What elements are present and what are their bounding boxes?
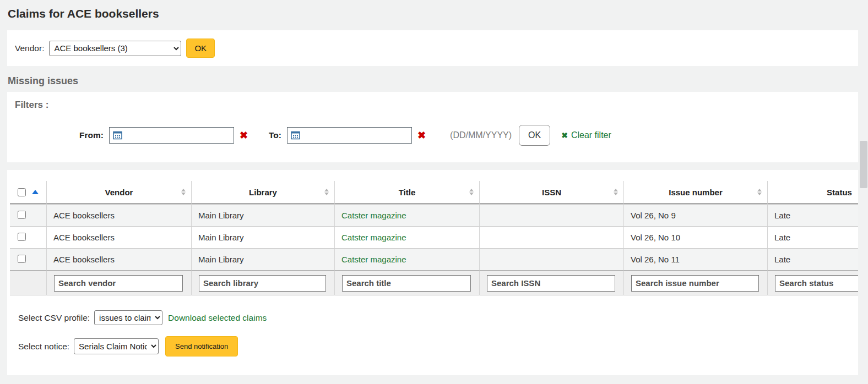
vendor-form: Vendor: ACE booksellers (3) OK bbox=[7, 30, 858, 66]
title-cell: Catster magazine bbox=[334, 204, 479, 226]
missing-issues-heading: Missing issues bbox=[8, 75, 860, 87]
column-header-title[interactable]: Title bbox=[334, 181, 479, 204]
vendor-label: Vendor: bbox=[15, 43, 44, 53]
search-vendor-input[interactable] bbox=[54, 275, 183, 292]
table-row: ACE booksellers Main Library Catster mag… bbox=[10, 248, 858, 270]
issue-number-cell: Vol 26, No 9 bbox=[623, 204, 767, 226]
sort-both-icon[interactable] bbox=[181, 189, 186, 195]
title-cell: Catster magazine bbox=[334, 226, 479, 248]
csv-profile-select[interactable]: issues to claim bbox=[94, 310, 162, 325]
sort-both-icon[interactable] bbox=[757, 189, 762, 195]
sort-ascending-icon[interactable] bbox=[32, 190, 39, 194]
scrollbar-thumb[interactable] bbox=[860, 141, 867, 188]
filters-heading: Filters : bbox=[15, 100, 850, 111]
notice-label: Select notice: bbox=[18, 342, 69, 352]
title-cell: Catster magazine bbox=[334, 248, 479, 270]
to-date-input[interactable] bbox=[303, 129, 413, 142]
table-row: ACE booksellers Main Library Catster mag… bbox=[10, 226, 858, 248]
csv-profile-label: Select CSV profile: bbox=[18, 313, 90, 323]
sort-both-icon[interactable] bbox=[469, 189, 474, 195]
select-all-checkbox[interactable] bbox=[18, 188, 26, 196]
row-select-cell bbox=[10, 226, 46, 248]
status-cell: Late bbox=[767, 248, 858, 270]
clear-filter-link[interactable]: ✖ Clear filter bbox=[561, 130, 611, 140]
filter-row: From: ✖ To: ✖ (DD/MM/YYYY) OK ✖ Clear fi… bbox=[15, 125, 850, 146]
calendar-icon[interactable] bbox=[113, 131, 122, 140]
notice-select[interactable]: Serials Claim Notice bbox=[74, 338, 159, 354]
table-header-row: Vendor Library Title ISSN Issue number S… bbox=[10, 181, 858, 204]
column-header-vendor[interactable]: Vendor bbox=[46, 181, 191, 204]
vendor-select[interactable]: ACE booksellers (3) bbox=[49, 41, 181, 56]
claims-table: Vendor Library Title ISSN Issue number S… bbox=[10, 181, 858, 295]
search-issn-input[interactable] bbox=[487, 275, 615, 292]
notice-row: Select notice: Serials Claim Notice Send… bbox=[18, 336, 858, 356]
calendar-icon[interactable] bbox=[291, 131, 300, 140]
filters-panel: Filters : From: ✖ To: ✖ (DD/MM/YYYY) OK … bbox=[7, 92, 858, 162]
library-cell: Main Library bbox=[191, 226, 334, 248]
title-link[interactable]: Catster magazine bbox=[341, 233, 406, 242]
library-cell: Main Library bbox=[191, 204, 334, 226]
send-notification-button[interactable]: Send notification bbox=[165, 336, 238, 356]
status-cell: Late bbox=[767, 204, 858, 226]
row-checkbox[interactable] bbox=[18, 233, 26, 241]
search-row-spacer bbox=[10, 270, 46, 295]
title-link[interactable]: Catster magazine bbox=[341, 255, 406, 264]
search-issue-number-input[interactable] bbox=[631, 275, 759, 292]
search-status-input[interactable] bbox=[775, 275, 858, 292]
csv-export-row: Select CSV profile: issues to claim Down… bbox=[18, 310, 858, 325]
from-date-input[interactable] bbox=[126, 129, 235, 142]
title-link[interactable]: Catster magazine bbox=[341, 211, 406, 220]
row-select-cell bbox=[10, 248, 46, 270]
row-select-cell bbox=[10, 204, 46, 226]
issn-cell bbox=[479, 248, 623, 270]
select-all-header bbox=[10, 181, 46, 204]
issue-number-cell: Vol 26, No 10 bbox=[623, 226, 767, 248]
to-label: To: bbox=[269, 130, 281, 140]
column-header-issn[interactable]: ISSN bbox=[479, 181, 623, 204]
scrollbar-track bbox=[859, 0, 868, 384]
date-format-hint: (DD/MM/YYYY) bbox=[450, 130, 512, 140]
vendor-cell: ACE booksellers bbox=[46, 248, 191, 270]
vendor-cell: ACE booksellers bbox=[46, 204, 191, 226]
from-label: From: bbox=[79, 130, 104, 140]
search-title-input[interactable] bbox=[342, 275, 471, 292]
search-library-input[interactable] bbox=[199, 275, 326, 292]
row-checkbox[interactable] bbox=[18, 211, 26, 219]
page-title: Claims for ACE booksellers bbox=[0, 0, 868, 24]
vendor-ok-button[interactable]: OK bbox=[186, 39, 215, 58]
issue-number-cell: Vol 26, No 11 bbox=[623, 248, 767, 270]
column-header-issue-number[interactable]: Issue number bbox=[623, 181, 767, 204]
clear-to-date-icon[interactable]: ✖ bbox=[417, 130, 426, 140]
status-cell: Late bbox=[767, 226, 858, 248]
to-date-field[interactable] bbox=[287, 127, 412, 144]
issn-cell bbox=[479, 204, 623, 226]
table-search-row bbox=[10, 270, 858, 295]
column-header-status[interactable]: Status bbox=[767, 181, 858, 204]
vendor-cell: ACE booksellers bbox=[46, 226, 191, 248]
sort-both-icon[interactable] bbox=[324, 189, 329, 195]
library-cell: Main Library bbox=[191, 248, 334, 270]
column-header-library[interactable]: Library bbox=[191, 181, 334, 204]
table-row: ACE booksellers Main Library Catster mag… bbox=[10, 204, 858, 226]
download-selected-claims-link[interactable]: Download selected claims bbox=[168, 313, 267, 323]
row-checkbox[interactable] bbox=[18, 255, 26, 263]
sort-both-icon[interactable] bbox=[614, 189, 618, 195]
issn-cell bbox=[479, 226, 623, 248]
clear-filter-label: Clear filter bbox=[571, 130, 611, 140]
clear-filter-x-icon: ✖ bbox=[561, 131, 568, 139]
filter-ok-button[interactable]: OK bbox=[519, 125, 550, 146]
clear-from-date-icon[interactable]: ✖ bbox=[240, 130, 248, 140]
from-date-field[interactable] bbox=[109, 127, 234, 144]
claims-table-panel: Vendor Library Title ISSN Issue number S… bbox=[7, 170, 858, 375]
